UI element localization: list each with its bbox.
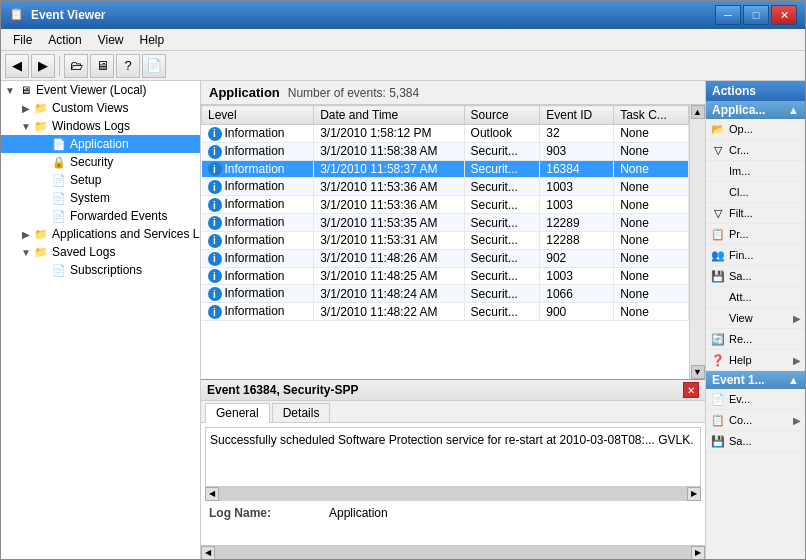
menu-action[interactable]: Action (40, 31, 89, 49)
detail-close-button[interactable]: ✕ (683, 382, 699, 398)
action-help[interactable]: ❓ Help ▶ (706, 350, 805, 371)
event-datetime: 3/1/2010 11:58:38 AM (314, 142, 464, 160)
hscroll-left-btn2[interactable]: ◀ (201, 546, 215, 560)
table-row[interactable]: iInformation3/1/2010 11:48:26 AMSecurit.… (202, 249, 689, 267)
table-row[interactable]: iInformation3/1/2010 11:53:31 AMSecurit.… (202, 231, 689, 249)
action-open[interactable]: 📂 Op... (706, 119, 805, 140)
action-label: Op... (729, 123, 753, 135)
tree-item-appservices[interactable]: ▶ 📁 Applications and Services Lo (1, 225, 200, 243)
scroll-up-button[interactable]: ▲ (691, 105, 705, 119)
action-attach[interactable]: Att... (706, 287, 805, 308)
tree-item-forwarded[interactable]: 📄 Forwarded Events (1, 207, 200, 225)
event-id: 1003 (540, 267, 614, 285)
table-row[interactable]: iInformation3/1/2010 11:53:35 AMSecurit.… (202, 214, 689, 232)
window-controls: ─ □ ✕ (715, 5, 797, 25)
submenu-arrow-copy: ▶ (793, 415, 801, 426)
action-filter[interactable]: ▽ Filt... (706, 203, 805, 224)
tab-details[interactable]: Details (272, 403, 331, 422)
action-import[interactable]: Im... (706, 161, 805, 182)
table-row[interactable]: iInformation3/1/2010 11:53:36 AMSecurit.… (202, 178, 689, 196)
action-properties[interactable]: 📋 Pr... (706, 224, 805, 245)
info-icon: i (208, 305, 222, 319)
log-icon: 📄 (51, 136, 67, 152)
view-icon (710, 310, 726, 326)
section-collapse-icon[interactable]: ▲ (788, 104, 799, 116)
event-task: None (614, 285, 689, 303)
action-view[interactable]: View ▶ (706, 308, 805, 329)
action-refresh[interactable]: 🔄 Re... (706, 329, 805, 350)
event-level: iInformation (202, 285, 314, 303)
tree-item-application[interactable]: 📄 Application (1, 135, 200, 153)
table-row[interactable]: iInformation3/1/2010 11:58:38 AMSecurit.… (202, 142, 689, 160)
event-source: Securit... (464, 231, 540, 249)
action-find[interactable]: 👥 Fin... (706, 245, 805, 266)
table-row[interactable]: iInformation3/1/2010 11:48:22 AMSecurit.… (202, 303, 689, 321)
save-event-icon: 💾 (710, 433, 726, 449)
action-clear[interactable]: Cl... (706, 182, 805, 203)
detail-hscrollbar[interactable]: ◀ ▶ (205, 487, 701, 501)
menu-view[interactable]: View (90, 31, 132, 49)
tree-item-root[interactable]: ▼ 🖥 Event Viewer (Local) (1, 81, 200, 99)
tree-item-security[interactable]: 🔒 Security (1, 153, 200, 171)
detail-message: Successfully scheduled Software Protecti… (205, 427, 701, 487)
table-row[interactable]: iInformation3/1/2010 11:58:37 AMSecurit.… (202, 160, 689, 178)
event-id: 12289 (540, 214, 614, 232)
col-datetime[interactable]: Date and Time (314, 106, 464, 125)
col-eventid[interactable]: Event ID (540, 106, 614, 125)
actions-title: Actions (712, 84, 756, 98)
col-source[interactable]: Source (464, 106, 540, 125)
log-icon: 📄 (51, 190, 67, 206)
scroll-down-button[interactable]: ▼ (691, 365, 705, 379)
action-create[interactable]: ▽ Cr... (706, 140, 805, 161)
back-button[interactable]: ◀ (5, 54, 29, 78)
bottom-scrollbar[interactable]: ◀ ▶ (201, 545, 705, 559)
forward-button[interactable]: ▶ (31, 54, 55, 78)
info-icon: i (208, 234, 222, 248)
action-save-event[interactable]: 💾 Sa... (706, 431, 805, 452)
tree-item-custom[interactable]: ▶ 📁 Custom Views (1, 99, 200, 117)
maximize-button[interactable]: □ (743, 5, 769, 25)
folder-icon: 📁 (33, 226, 49, 242)
action-label: Ev... (729, 393, 750, 405)
minimize-button[interactable]: ─ (715, 5, 741, 25)
events-table-scroll[interactable]: Level Date and Time Source Event ID Task… (201, 105, 689, 379)
table-row[interactable]: iInformation3/1/2010 11:53:36 AMSecurit.… (202, 196, 689, 214)
tree-label: Forwarded Events (70, 209, 167, 223)
menu-file[interactable]: File (5, 31, 40, 49)
action-copy[interactable]: 📋 Co... ▶ (706, 410, 805, 431)
hscroll-right-button[interactable]: ▶ (687, 487, 701, 501)
close-button[interactable]: ✕ (771, 5, 797, 25)
action-save[interactable]: 💾 Sa... (706, 266, 805, 287)
table-row[interactable]: iInformation3/1/2010 11:48:25 AMSecurit.… (202, 267, 689, 285)
computer-button[interactable]: 🖥 (90, 54, 114, 78)
log-name-label: Log Name: (205, 505, 325, 521)
tree-item-winlogs[interactable]: ▼ 📁 Windows Logs (1, 117, 200, 135)
col-task[interactable]: Task C... (614, 106, 689, 125)
menu-help[interactable]: Help (132, 31, 173, 49)
events-table-container[interactable]: Level Date and Time Source Event ID Task… (201, 105, 705, 379)
help-button[interactable]: ? (116, 54, 140, 78)
properties-button[interactable]: 📄 (142, 54, 166, 78)
table-row[interactable]: iInformation3/1/2010 1:58:12 PMOutlook32… (202, 125, 689, 143)
tree-item-savedlogs[interactable]: ▼ 📁 Saved Logs (1, 243, 200, 261)
detail-header: Event 16384, Security-SPP ✕ (201, 380, 705, 401)
table-row[interactable]: iInformation3/1/2010 11:48:24 AMSecurit.… (202, 285, 689, 303)
action-label: Pr... (729, 228, 749, 240)
action-event-view[interactable]: 📄 Ev... (706, 389, 805, 410)
hscroll-left-button[interactable]: ◀ (205, 487, 219, 501)
tree-item-system[interactable]: 📄 System (1, 189, 200, 207)
event-level: iInformation (202, 231, 314, 249)
col-level[interactable]: Level (202, 106, 314, 125)
vertical-scrollbar[interactable]: ▲ ▼ (689, 105, 705, 379)
actions-section-title: Applica... (712, 103, 765, 117)
event-level: iInformation (202, 303, 314, 321)
tree-item-subscriptions[interactable]: 📄 Subscriptions (1, 261, 200, 279)
section2-collapse-icon[interactable]: ▲ (788, 374, 799, 386)
hscroll-right-btn2[interactable]: ▶ (691, 546, 705, 560)
tree-label: System (70, 191, 110, 205)
tab-general[interactable]: General (205, 403, 270, 423)
event-task: None (614, 303, 689, 321)
tree-item-setup[interactable]: 📄 Setup (1, 171, 200, 189)
refresh-button[interactable]: 🗁 (64, 54, 88, 78)
tree-label: Event Viewer (Local) (36, 83, 147, 97)
